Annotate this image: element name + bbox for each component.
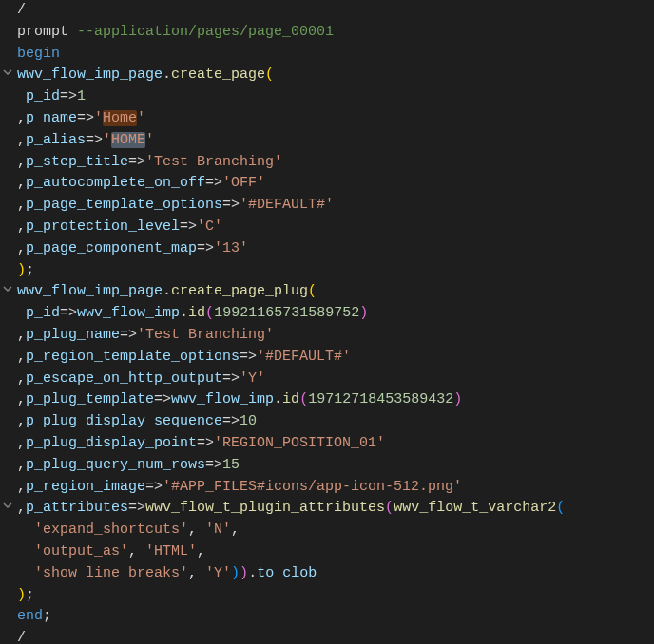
- code-line: ,p_plug_display_point=>'REGION_POSITION_…: [0, 433, 654, 455]
- code-line: ,p_plug_template=>wwv_flow_imp.id(197127…: [0, 389, 654, 411]
- code-line: ,p_name=>'Home': [0, 108, 654, 130]
- code-editor[interactable]: / prompt --application/pages/page_00001 …: [0, 0, 654, 644]
- fold-chevron-icon[interactable]: [2, 500, 13, 511]
- code-line: ,p_escape_on_http_output=>'Y': [0, 369, 654, 390]
- code-line: prompt --application/pages/page_00001: [0, 22, 654, 44]
- fold-chevron-icon[interactable]: [2, 66, 13, 78]
- prompt-keyword: prompt: [17, 24, 68, 40]
- slash: /: [17, 630, 26, 644]
- code-line: );: [0, 585, 654, 607]
- code-line: begin: [0, 44, 654, 66]
- code-line: ,p_protection_level=>'C': [0, 217, 654, 238]
- code-line: ,p_page_template_options=>'#DEFAULT#': [0, 195, 654, 217]
- code-line: p_id=>1: [0, 86, 654, 108]
- code-line: );: [0, 260, 654, 282]
- code-line: ,p_plug_display_sequence=>10: [0, 411, 654, 433]
- code-line: ,p_step_title=>'Test Branching': [0, 152, 654, 174]
- code-line: ,p_page_component_map=>'13': [0, 238, 654, 260]
- code-line: wwv_flow_imp_page.create_page(: [0, 65, 654, 86]
- code-line: ,p_region_template_options=>'#DEFAULT#': [0, 347, 654, 369]
- slash: /: [17, 2, 26, 18]
- prompt-arg: --application/pages/page_00001: [68, 24, 334, 40]
- code-line: ,p_autocomplete_on_off=>'OFF': [0, 173, 654, 195]
- code-line: 'output_as', 'HTML',: [0, 541, 654, 563]
- highlight-home: Home: [103, 110, 137, 126]
- end-keyword: end: [17, 608, 43, 624]
- highlight-home-alias: HOME: [111, 132, 145, 148]
- code-line: 'expand_shortcuts', 'N',: [0, 520, 654, 541]
- code-line: /: [0, 628, 654, 644]
- code-line: ,p_region_image=>'#APP_FILES#icons/app-i…: [0, 477, 654, 499]
- code-line: wwv_flow_imp_page.create_page_plug(: [0, 281, 654, 303]
- code-line: ,p_plug_query_num_rows=>15: [0, 455, 654, 477]
- code-line: p_id=>wwv_flow_imp.id(19921165731589752): [0, 303, 654, 325]
- code-line: ,p_attributes=>wwv_flow_t_plugin_attribu…: [0, 498, 654, 520]
- code-line: end;: [0, 606, 654, 628]
- code-line: 'show_line_breaks', 'Y')).to_clob: [0, 563, 654, 585]
- code-line: ,p_alias=>'HOME': [0, 130, 654, 152]
- object: wwv_flow_imp_page: [17, 66, 163, 83]
- func: create_page: [171, 66, 265, 83]
- begin-keyword: begin: [17, 46, 60, 62]
- code-line: /: [0, 0, 654, 22]
- fold-chevron-icon[interactable]: [2, 283, 13, 294]
- code-line: ,p_plug_name=>'Test Branching': [0, 325, 654, 347]
